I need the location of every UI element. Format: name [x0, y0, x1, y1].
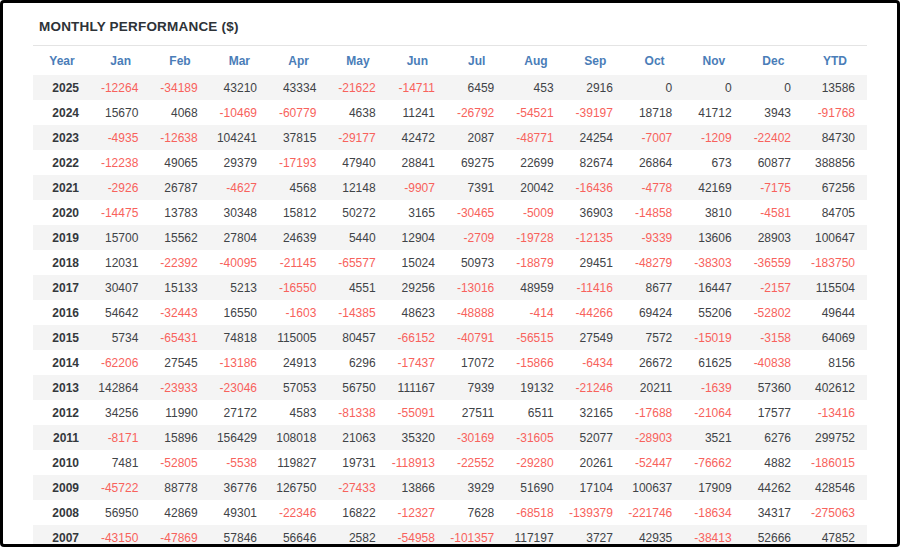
table-row: 201915700155622780424639544012904-2709-1… [33, 225, 867, 250]
value-cell-mar: 74818 [210, 325, 269, 350]
value-cell-nov: 61625 [684, 350, 743, 375]
year-cell: 2021 [33, 175, 91, 200]
column-header-feb: Feb [150, 46, 209, 75]
year-cell: 2016 [33, 300, 91, 325]
table-row: 20155734-654317481811500580457-66152-407… [33, 325, 867, 350]
value-cell-mar: -40095 [210, 250, 269, 275]
value-cell-jun: 35320 [388, 425, 447, 450]
value-cell-oct: -28903 [625, 425, 684, 450]
value-cell-ytd: 115504 [803, 275, 867, 300]
value-cell-sep: 17104 [566, 475, 625, 500]
value-cell-dec: -22402 [744, 125, 803, 150]
value-cell-mar: -13186 [210, 350, 269, 375]
value-cell-jul: 17072 [447, 350, 506, 375]
value-cell-jul: 7628 [447, 500, 506, 525]
value-cell-feb: 15896 [150, 425, 209, 450]
value-cell-feb: -34189 [150, 75, 209, 100]
value-cell-apr: -21145 [269, 250, 328, 275]
value-cell-may: -14385 [328, 300, 387, 325]
value-cell-jun: 11241 [388, 100, 447, 125]
value-cell-oct: 69424 [625, 300, 684, 325]
value-cell-ytd: 388856 [803, 150, 867, 175]
year-cell: 2009 [33, 475, 91, 500]
value-cell-ytd: 84730 [803, 125, 867, 150]
value-cell-feb: 11990 [150, 400, 209, 425]
value-cell-sep: 36903 [566, 200, 625, 225]
value-cell-apr: 43334 [269, 75, 328, 100]
column-header-ytd: YTD [803, 46, 867, 75]
value-cell-may: 6296 [328, 350, 387, 375]
value-cell-mar: 16550 [210, 300, 269, 325]
table-row: 20123425611990271724583-81338-5509127511… [33, 400, 867, 425]
table-row: 2009-457228877836776126750-2743313866392… [33, 475, 867, 500]
value-cell-aug: -414 [506, 300, 565, 325]
column-header-aug: Aug [506, 46, 565, 75]
table-row: 2025-12264-341894321043334-21622-1471164… [33, 75, 867, 100]
value-cell-dec: 3943 [744, 100, 803, 125]
value-cell-jun: 15024 [388, 250, 447, 275]
value-cell-oct: -9339 [625, 225, 684, 250]
value-cell-sep: -16436 [566, 175, 625, 200]
value-cell-aug: -29280 [506, 450, 565, 475]
value-cell-mar: -10469 [210, 100, 269, 125]
value-cell-feb: -12638 [150, 125, 209, 150]
value-cell-nov: -76662 [684, 450, 743, 475]
value-cell-feb: -65431 [150, 325, 209, 350]
table-row: 2024156704068-10469-60779463811241-26792… [33, 100, 867, 125]
table-row: 201812031-22392-40095-21145-655771502450… [33, 250, 867, 275]
value-cell-may: 4638 [328, 100, 387, 125]
value-cell-feb: 26787 [150, 175, 209, 200]
value-cell-aug: -54521 [506, 100, 565, 125]
column-header-jan: Jan [91, 46, 150, 75]
value-cell-jul: -40791 [447, 325, 506, 350]
value-cell-jul: -48888 [447, 300, 506, 325]
value-cell-nov: 42169 [684, 175, 743, 200]
year-cell: 2024 [33, 100, 91, 125]
year-cell: 2012 [33, 400, 91, 425]
value-cell-apr: 24913 [269, 350, 328, 375]
table-row: 2007-43150-4786957846566462582-54958-101… [33, 525, 867, 547]
value-cell-apr: 119827 [269, 450, 328, 475]
year-cell: 2013 [33, 375, 91, 400]
value-cell-may: -27433 [328, 475, 387, 500]
value-cell-nov: 0 [684, 75, 743, 100]
year-cell: 2010 [33, 450, 91, 475]
value-cell-nov: -1209 [684, 125, 743, 150]
year-cell: 2025 [33, 75, 91, 100]
value-cell-may: 5440 [328, 225, 387, 250]
value-cell-jan: 34256 [91, 400, 150, 425]
value-cell-jul: -30465 [447, 200, 506, 225]
value-cell-dec: 6276 [744, 425, 803, 450]
value-cell-nov: 41712 [684, 100, 743, 125]
value-cell-jan: 7481 [91, 450, 150, 475]
value-cell-sep: -39197 [566, 100, 625, 125]
value-cell-feb: -52805 [150, 450, 209, 475]
value-cell-aug: -19728 [506, 225, 565, 250]
value-cell-dec: 17577 [744, 400, 803, 425]
value-cell-apr: -17193 [269, 150, 328, 175]
value-cell-sep: 82674 [566, 150, 625, 175]
value-cell-dec: -40838 [744, 350, 803, 375]
value-cell-nov: -1639 [684, 375, 743, 400]
value-cell-jun: -14711 [388, 75, 447, 100]
value-cell-apr: -22346 [269, 500, 328, 525]
value-cell-dec: 57360 [744, 375, 803, 400]
value-cell-may: 80457 [328, 325, 387, 350]
value-cell-apr: 4568 [269, 175, 328, 200]
value-cell-jul: -2709 [447, 225, 506, 250]
value-cell-feb: 88778 [150, 475, 209, 500]
value-cell-jan: -4935 [91, 125, 150, 150]
value-cell-jan: 5734 [91, 325, 150, 350]
value-cell-mar: -5538 [210, 450, 269, 475]
table-row: 2022-122384906529379-1719347940288416927… [33, 150, 867, 175]
year-cell: 2023 [33, 125, 91, 150]
value-cell-aug: -48771 [506, 125, 565, 150]
value-cell-apr: -60779 [269, 100, 328, 125]
value-cell-mar: 49301 [210, 500, 269, 525]
value-cell-jan: -14475 [91, 200, 150, 225]
value-cell-may: -65577 [328, 250, 387, 275]
value-cell-aug: 19132 [506, 375, 565, 400]
column-header-dec: Dec [744, 46, 803, 75]
table-row: 201730407151335213-16550455129256-130164… [33, 275, 867, 300]
value-cell-ytd: 299752 [803, 425, 867, 450]
